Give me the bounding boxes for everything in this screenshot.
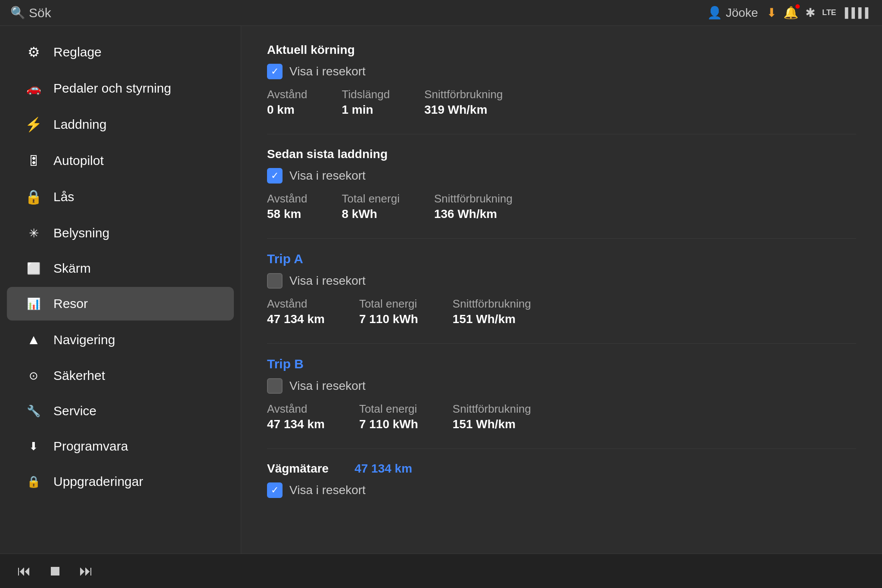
trip-b-checkbox-label: Visa i resekort — [289, 379, 366, 393]
aktuell-snitt-value: 319 Wh/km — [424, 103, 503, 117]
trip-a-avstand-label: Avstånd — [267, 297, 325, 311]
trip-b-section: Trip B Visa i resekort Avstånd 47 134 km… — [267, 357, 856, 431]
trip-b-avstand: Avstånd 47 134 km — [267, 402, 325, 431]
search-label: Sök — [29, 6, 51, 20]
resor-icon: 📊 — [24, 297, 43, 311]
sedan-total-energi-label: Total energi — [342, 192, 399, 205]
skarm-icon: ⬜ — [24, 262, 43, 275]
aktuell-korning-checkbox-label: Visa i resekort — [289, 65, 366, 78]
search-icon: 🔍 — [10, 6, 25, 20]
vagmatare-checkbox-label: Visa i resekort — [289, 483, 366, 497]
aktuell-avstand-label: Avstånd — [267, 88, 307, 101]
sedan-sista-laddning-title: Sedan sista laddning — [267, 147, 856, 161]
bottom-bar: ⏮ ⏹ ⏭ — [0, 554, 882, 588]
aktuell-avstand: Avstånd 0 km — [267, 88, 307, 117]
vagmatare-section: Vägmätare 47 134 km ✓ Visa i resekort — [267, 462, 856, 498]
sedan-avstand-value: 58 km — [267, 207, 307, 221]
odometer-row: Vägmätare 47 134 km — [267, 462, 856, 476]
trip-a-snitt-label: Snittförbrukning — [453, 297, 531, 311]
vagmatare-value: 47 134 km — [354, 462, 412, 476]
sidebar-item-laddning[interactable]: ⚡ Laddning — [7, 107, 234, 142]
sidebar-item-label: Skärm — [53, 261, 91, 276]
sidebar: ⚙ Reglage 🚗 Pedaler och styrning ⚡ Laddn… — [0, 26, 241, 554]
sedan-total-energi: Total energi 8 kWh — [342, 192, 399, 221]
sidebar-item-label: Autopilot — [53, 153, 104, 168]
trip-b-snitt-value: 151 Wh/km — [453, 417, 531, 431]
aktuell-korning-checkbox[interactable]: ✓ — [267, 64, 283, 79]
bluetooth-icon: ✱ — [805, 6, 815, 20]
trip-a-title: Trip A — [267, 252, 856, 266]
sidebar-item-label: Resor — [53, 296, 88, 311]
sidebar-item-label: Laddning — [53, 117, 106, 132]
sedan-checkbox[interactable]: ✓ — [267, 168, 283, 184]
trip-a-checkbox-label: Visa i resekort — [289, 274, 366, 288]
notification-dot — [795, 4, 800, 9]
sidebar-item-sakerhet[interactable]: ⊙ Säkerhet — [7, 359, 234, 392]
sidebar-item-resor[interactable]: 📊 Resor — [7, 287, 234, 320]
sidebar-item-autopilot[interactable]: 🎛 Autopilot — [7, 144, 234, 177]
trip-a-stats: Avstånd 47 134 km Total energi 7 110 kWh… — [267, 297, 856, 326]
content-area: Aktuell körning ✓ Visa i resekort Avstån… — [241, 26, 882, 554]
autopilot-icon: 🎛 — [24, 154, 43, 168]
sakerhet-icon: ⊙ — [24, 369, 43, 383]
aktuell-korning-stats: Avstånd 0 km Tidslängd 1 min Snittförbru… — [267, 88, 856, 117]
trip-b-checkbox-row[interactable]: Visa i resekort — [267, 378, 856, 394]
divider-3 — [267, 343, 856, 344]
trip-a-avstand-value: 47 134 km — [267, 312, 325, 326]
sidebar-item-label: Reglage — [53, 45, 102, 59]
sidebar-item-label: Navigering — [53, 333, 115, 347]
sedan-sista-laddning-section: Sedan sista laddning ✓ Visa i resekort A… — [267, 147, 856, 221]
sidebar-item-label: Uppgraderingar — [53, 474, 143, 489]
top-bar-left: 🔍 Sök — [10, 6, 51, 20]
trip-b-avstand-value: 47 134 km — [267, 417, 325, 431]
prev-button[interactable]: ⏮ — [17, 563, 31, 579]
sedan-snitt: Snittförbrukning 136 Wh/km — [434, 192, 512, 221]
vagmatare-label: Vägmätare — [267, 462, 329, 476]
stop-button[interactable]: ⏹ — [48, 563, 62, 579]
sidebar-item-belysning[interactable]: ✳ Belysning — [7, 216, 234, 250]
sidebar-item-programvara[interactable]: ⬇ Programvara — [7, 429, 234, 463]
main-layout: ⚙ Reglage 🚗 Pedaler och styrning ⚡ Laddn… — [0, 26, 882, 554]
trip-a-snitt: Snittförbrukning 151 Wh/km — [453, 297, 531, 326]
next-button[interactable]: ⏭ — [79, 563, 93, 579]
trip-a-total-energi-label: Total energi — [359, 297, 418, 311]
sedan-checkbox-label: Visa i resekort — [289, 169, 366, 183]
aktuell-avstand-value: 0 km — [267, 103, 307, 117]
trip-a-checkbox-row[interactable]: Visa i resekort — [267, 273, 856, 289]
sidebar-item-skarm[interactable]: ⬜ Skärm — [7, 252, 234, 285]
sedan-snitt-label: Snittförbrukning — [434, 192, 512, 205]
user-label: Jöoke — [726, 6, 758, 20]
sidebar-item-navigering[interactable]: ▲ Navigering — [7, 322, 234, 357]
aktuell-korning-checkbox-row[interactable]: ✓ Visa i resekort — [267, 64, 856, 79]
sidebar-item-reglage[interactable]: ⚙ Reglage — [7, 34, 234, 70]
status-icons: ⬇ 🔔 ✱ LTE ▌▌▌▌ — [767, 6, 872, 20]
sidebar-item-label: Service — [53, 404, 96, 418]
aktuell-snitt-label: Snittförbrukning — [424, 88, 503, 101]
sedan-avstand: Avstånd 58 km — [267, 192, 307, 221]
sidebar-item-pedaler[interactable]: 🚗 Pedaler och styrning — [7, 72, 234, 105]
sidebar-item-las[interactable]: 🔒 Lås — [7, 179, 234, 215]
sedan-checkbox-row[interactable]: ✓ Visa i resekort — [267, 168, 856, 184]
programvara-icon: ⬇ — [24, 440, 43, 453]
sedan-total-energi-value: 8 kWh — [342, 207, 399, 221]
search-area[interactable]: 🔍 Sök — [10, 6, 51, 20]
vagmatare-checkbox[interactable]: ✓ — [267, 482, 283, 498]
vagmatare-checkbox-row[interactable]: ✓ Visa i resekort — [267, 482, 856, 498]
pedaler-icon: 🚗 — [24, 81, 43, 96]
sidebar-item-uppgraderingar[interactable]: 🔒 Uppgraderingar — [7, 465, 234, 498]
laddning-icon: ⚡ — [24, 116, 43, 133]
trip-a-checkbox[interactable] — [267, 273, 283, 289]
trip-a-total-energi: Total energi 7 110 kWh — [359, 297, 418, 326]
sedan-avstand-label: Avstånd — [267, 192, 307, 205]
trip-a-total-energi-value: 7 110 kWh — [359, 312, 418, 326]
sedan-snitt-value: 136 Wh/km — [434, 207, 512, 221]
aktuell-korning-section: Aktuell körning ✓ Visa i resekort Avstån… — [267, 43, 856, 117]
sidebar-item-label: Lås — [53, 190, 74, 204]
uppgraderingar-icon: 🔒 — [24, 475, 43, 488]
aktuell-tidslangd: Tidslängd 1 min — [342, 88, 390, 117]
trip-b-stats: Avstånd 47 134 km Total energi 7 110 kWh… — [267, 402, 856, 431]
trip-b-checkbox[interactable] — [267, 378, 283, 394]
trip-b-title: Trip B — [267, 357, 856, 371]
sidebar-item-service[interactable]: 🔧 Service — [7, 394, 234, 428]
user-icon: 👤 — [707, 6, 722, 20]
